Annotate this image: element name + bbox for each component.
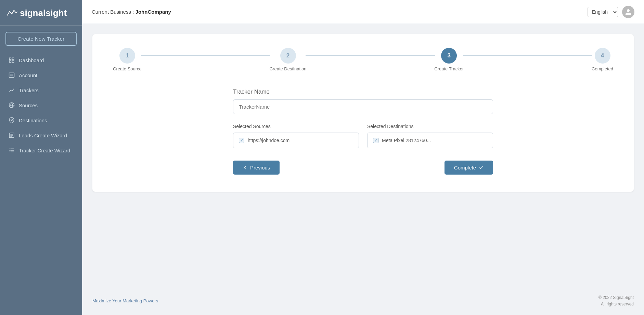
sidebar-item-destinations[interactable]: Destinations [0,113,82,128]
selected-sources-label: Selected Sources [233,124,359,129]
sources-icon [9,102,15,108]
steps-container: 1 Create Source 2 Create Destination 3 [113,48,613,71]
step-2-number: 2 [286,52,289,59]
tracker-wizard-icon [9,147,15,153]
svg-point-9 [11,119,13,121]
sidebar-item-label: Sources [19,102,38,108]
step-1: 1 Create Source [113,48,142,71]
copyright-line1: © 2022 SignalSight [598,295,634,300]
step-1-label: Create Source [113,66,142,71]
create-button-wrap: Create New Tracker [0,26,82,49]
language-select[interactable]: English Spanish French [588,7,618,17]
business-label: Current Business : JohnCompany [92,9,171,15]
logo: signalsight [7,8,75,18]
svg-rect-0 [9,58,11,59]
step-4-label: Completed [592,66,613,71]
sidebar-item-sources[interactable]: Sources [0,98,82,113]
logo-text-label: signalsight [20,8,67,18]
step-1-number: 1 [126,52,129,59]
step-2: 2 Create Destination [270,48,307,71]
sidebar-item-trackers[interactable]: Trackers [0,83,82,98]
svg-rect-1 [12,58,14,59]
selected-sources-col: Selected Sources https://johndoe.com [233,124,359,148]
sidebar-item-label: Dashboard [19,57,44,63]
tracker-form: Tracker Name Selected Sources https://jo… [233,88,493,175]
connector-1-2 [141,55,270,56]
complete-label: Complete [454,165,476,170]
buttons-row: Previous Complete [233,161,493,175]
dashboard-icon [9,57,15,63]
step-4-circle: 4 [595,48,610,64]
leads-icon [9,132,15,138]
footer: Maximize Your Marketing Powers © 2022 Si… [82,287,644,315]
trackers-icon [9,87,15,93]
step-4-number: 4 [601,52,604,59]
sidebar-item-leads-create-wizard[interactable]: Leads Create Wizard [0,128,82,143]
sidebar-item-tracker-create-wizard[interactable]: Tracker Create Wizard [0,143,82,158]
connector-3-4 [463,55,592,56]
sidebar-item-dashboard[interactable]: Dashboard [0,53,82,68]
sidebar: signalsight Create New Tracker Dashboard… [0,0,82,315]
wizard-card: 1 Create Source 2 Create Destination 3 [92,34,634,192]
destination-value: Meta Pixel 28124760... [382,138,431,143]
previous-label: Previous [250,165,270,170]
step-1-circle: 1 [119,48,135,64]
account-icon [9,72,15,78]
business-prefix: Current Business : [92,9,136,15]
svg-rect-3 [12,61,14,63]
selected-destinations-col: Selected Destinations Meta Pixel 2812476… [367,124,493,148]
main-content: Current Business : JohnCompany English S… [82,0,644,315]
sidebar-item-label: Tracker Create Wizard [19,148,70,153]
sidebar-item-label: Destinations [19,118,47,123]
sidebar-item-label: Account [19,72,37,78]
source-value: https://johndoe.com [248,138,289,143]
step-2-circle: 2 [280,48,296,64]
footer-tagline: Maximize Your Marketing Powers [92,298,158,303]
source-checkbox[interactable] [239,138,244,143]
footer-copyright: © 2022 SignalSight All rights reserved [598,295,634,307]
complete-button[interactable]: Complete [445,161,493,175]
create-new-tracker-button[interactable]: Create New Tracker [5,32,77,46]
selected-source-item: https://johndoe.com [233,133,359,148]
logo-area: signalsight [0,0,82,26]
destinations-icon [9,117,15,123]
sidebar-nav: Dashboard Account Trackers [0,49,82,315]
sidebar-item-label: Trackers [19,87,39,93]
selected-destination-item: Meta Pixel 28124760... [367,133,493,148]
step-3: 3 Create Tracker [434,48,464,71]
step-2-label: Create Destination [270,66,307,71]
selected-row: Selected Sources https://johndoe.com Sel… [233,124,493,148]
previous-button[interactable]: Previous [233,161,280,175]
business-name: JohnCompany [136,9,171,15]
copyright-line2: All rights reserved [601,302,634,306]
selected-destinations-label: Selected Destinations [367,124,493,129]
tracker-name-label: Tracker Name [233,88,493,95]
page-content: 1 Create Source 2 Create Destination 3 [82,24,644,287]
sidebar-item-account[interactable]: Account [0,68,82,83]
header: Current Business : JohnCompany English S… [82,0,644,24]
step-3-label: Create Tracker [434,66,464,71]
sidebar-item-label: Leads Create Wizard [19,133,67,138]
step-4: 4 Completed [592,48,613,71]
svg-rect-2 [9,61,11,63]
destination-checkbox[interactable] [373,138,378,143]
user-avatar[interactable] [622,6,634,18]
connector-2-3 [306,55,435,56]
tracker-name-input[interactable] [233,99,493,114]
step-3-number: 3 [448,52,451,59]
header-right: English Spanish French [588,6,634,18]
step-3-circle: 3 [441,48,457,64]
